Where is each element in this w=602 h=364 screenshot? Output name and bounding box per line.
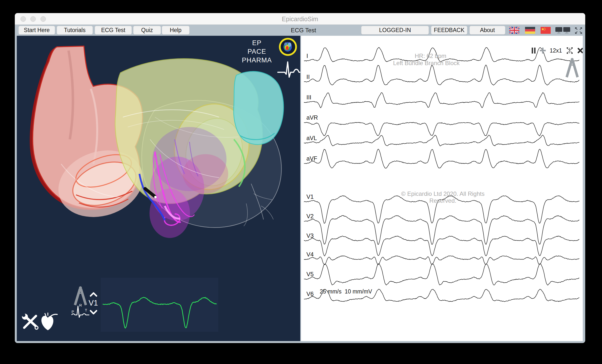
menu-button-start-here[interactable]: Start Here (19, 26, 55, 35)
ecg-trace-III (304, 92, 579, 108)
ecg-lead-label-II: II (306, 73, 310, 80)
fullscreen-icon[interactable] (574, 27, 583, 34)
ecg-trace-II (304, 65, 579, 85)
ecg-lead-label-aVL: aVL (306, 135, 317, 141)
mode-menu: EP PACE PHARMA (233, 39, 280, 65)
ecg-trace-aVR (304, 122, 579, 136)
lead-down-button[interactable] (90, 310, 97, 314)
pacing-heart-icon[interactable] (39, 311, 59, 332)
ecg-lead-label-III: III (306, 94, 311, 101)
ecg-trace-aVL (304, 135, 579, 146)
ecg-lead-label-I: I (306, 53, 308, 59)
menu-bar: Start Here Tutorials ECG Test Quiz Help … (15, 25, 585, 36)
mode-ep[interactable]: EP (233, 39, 280, 47)
tools-icon[interactable] (22, 312, 39, 330)
copyright-text: © Epicardio Ltd 2020. All Rights Reserve… (394, 190, 492, 204)
menu-button-tutorials[interactable]: Tutorials (57, 26, 93, 35)
app-window: EpicardioSim Start Here Tutorials ECG Te… (15, 13, 585, 343)
expand-ecg-button[interactable] (566, 47, 574, 54)
close-ecg-button[interactable] (577, 48, 583, 54)
rhythm-strip (101, 278, 218, 332)
about-button[interactable]: About (470, 26, 505, 35)
svg-text:R: R (79, 303, 82, 307)
activation-map-button[interactable] (278, 37, 298, 56)
ecg-panel: IIIIIIaVRaVLaVFV1V2V3V4V5V6 HR: 62 bpm L… (301, 36, 583, 341)
lead-up-button[interactable] (90, 292, 97, 297)
menu-button-ecg-test[interactable]: ECG Test (95, 26, 132, 35)
menu-button-quiz[interactable]: Quiz (133, 26, 161, 35)
svg-text:T: T (85, 308, 87, 312)
mode-pharma[interactable]: PHARMA (233, 56, 280, 65)
mode-pace[interactable]: PACE (233, 47, 280, 56)
logged-in-button[interactable]: LOGGED-IN (361, 26, 429, 35)
ecg-controls: 12x1 (531, 47, 583, 55)
add-button[interactable] (540, 47, 546, 54)
ecg-caliper-icon[interactable] (564, 57, 580, 79)
ecg-trace-V5 (304, 264, 579, 285)
pause-button[interactable] (531, 47, 536, 54)
menu-button-help[interactable]: Help (162, 26, 189, 35)
layout-label[interactable]: 12x1 (550, 47, 562, 54)
ecg-lead-label-V1: V1 (306, 193, 314, 200)
window-title: EpicardioSim (15, 13, 585, 25)
ecg-lead-label-V5: V5 (306, 271, 314, 277)
selected-lead-label: V1 (86, 299, 100, 308)
ecg-lead-label-V6: V6 (306, 291, 314, 297)
germany-flag-icon[interactable] (525, 27, 535, 34)
ecg-trace-V4 (304, 256, 579, 265)
heart-3d-panel[interactable]: EP PACE PHARMA (17, 36, 300, 341)
ecg-trace-aVF (304, 149, 579, 168)
ecg-scale-text: 25 mm/s 10 mm/mV (320, 288, 372, 295)
ecg-trace-V2 (304, 216, 579, 245)
feedback-button[interactable]: FEEDBACK (431, 26, 467, 35)
dual-monitor-icon[interactable] (555, 27, 571, 34)
china-flag-icon[interactable] (541, 27, 551, 34)
ecg-lead-label-V4: V4 (306, 251, 314, 258)
uk-flag-icon[interactable] (509, 27, 519, 34)
ecg-lead-label-aVR: aVR (306, 114, 318, 121)
ecg-lead-label-V2: V2 (306, 213, 314, 219)
ecg-trace-toggle-icon[interactable] (277, 59, 300, 80)
svg-text:P: P (72, 309, 74, 314)
hr-readout: HR: 62 bpm (381, 53, 480, 59)
title-bar: EpicardioSim (15, 13, 585, 25)
current-mode-label: ECG Test (276, 26, 331, 35)
ecg-lead-label-aVF: aVF (306, 155, 317, 162)
rhythm-readout: Left Bundle Branch Block (377, 60, 476, 67)
ecg-lead-label-V3: V3 (306, 232, 314, 239)
rhythm-strip-trace (103, 297, 217, 328)
